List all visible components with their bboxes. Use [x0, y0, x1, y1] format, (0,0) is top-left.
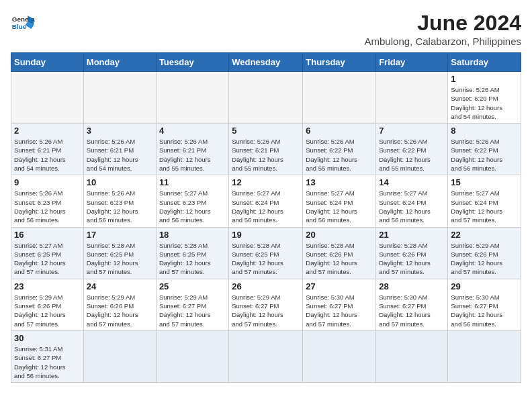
day-number: 16	[14, 230, 81, 240]
day-info: Sunrise: 5:26 AM Sunset: 6:21 PM Dayligh…	[87, 137, 153, 173]
day-info: Sunrise: 5:26 AM Sunset: 6:23 PM Dayligh…	[14, 189, 81, 224]
weekday-header-thursday: Thursday	[303, 53, 376, 72]
day-info: Sunrise: 5:29 AM Sunset: 6:26 PM Dayligh…	[451, 241, 518, 277]
calendar-day-cell	[156, 72, 228, 124]
day-number: 12	[232, 177, 300, 187]
calendar-day-cell	[83, 330, 156, 382]
page-header: General Blue June 2024 Ambulong, Calabar…	[11, 11, 521, 47]
weekday-header-monday: Monday	[83, 53, 156, 72]
day-info: Sunrise: 5:30 AM Sunset: 6:27 PM Dayligh…	[451, 293, 518, 328]
calendar-table: SundayMondayTuesdayWednesdayThursdayFrid…	[11, 52, 521, 383]
day-number: 27	[306, 281, 373, 291]
calendar-week-row: 2Sunrise: 5:26 AM Sunset: 6:21 PM Daylig…	[11, 124, 521, 175]
day-number: 24	[87, 281, 153, 291]
calendar-day-cell: 18Sunrise: 5:28 AM Sunset: 6:25 PM Dayli…	[156, 227, 228, 279]
calendar-day-cell	[376, 72, 448, 124]
day-number: 25	[159, 281, 226, 291]
weekday-header-wednesday: Wednesday	[229, 53, 303, 72]
calendar-day-cell: 29Sunrise: 5:30 AM Sunset: 6:27 PM Dayli…	[448, 279, 521, 330]
title-area: June 2024 Ambulong, Calabarzon, Philippi…	[365, 11, 521, 47]
day-number: 11	[159, 177, 226, 187]
calendar-day-cell: 20Sunrise: 5:28 AM Sunset: 6:26 PM Dayli…	[303, 227, 376, 279]
calendar-day-cell: 26Sunrise: 5:29 AM Sunset: 6:27 PM Dayli…	[229, 279, 303, 330]
location-subtitle: Ambulong, Calabarzon, Philippines	[365, 36, 521, 47]
calendar-day-cell: 21Sunrise: 5:28 AM Sunset: 6:26 PM Dayli…	[376, 227, 448, 279]
weekday-header-tuesday: Tuesday	[156, 53, 228, 72]
svg-text:Blue: Blue	[12, 23, 27, 30]
day-number: 1	[451, 74, 518, 84]
day-info: Sunrise: 5:27 AM Sunset: 6:24 PM Dayligh…	[379, 189, 445, 224]
calendar-week-row: 30Sunrise: 5:31 AM Sunset: 6:27 PM Dayli…	[11, 330, 521, 382]
day-number: 28	[379, 281, 445, 291]
day-number: 21	[379, 230, 445, 240]
day-info: Sunrise: 5:27 AM Sunset: 6:23 PM Dayligh…	[159, 189, 226, 224]
calendar-week-row: 9Sunrise: 5:26 AM Sunset: 6:23 PM Daylig…	[11, 175, 521, 227]
day-number: 10	[87, 177, 153, 187]
day-info: Sunrise: 5:27 AM Sunset: 6:24 PM Dayligh…	[306, 189, 373, 224]
calendar-day-cell: 9Sunrise: 5:26 AM Sunset: 6:23 PM Daylig…	[11, 175, 84, 227]
day-number: 5	[232, 126, 300, 136]
day-number: 2	[14, 126, 81, 136]
day-number: 26	[232, 281, 300, 291]
day-info: Sunrise: 5:31 AM Sunset: 6:27 PM Dayligh…	[14, 345, 81, 380]
day-number: 3	[87, 126, 153, 136]
calendar-day-cell: 16Sunrise: 5:27 AM Sunset: 6:25 PM Dayli…	[11, 227, 84, 279]
calendar-day-cell: 19Sunrise: 5:28 AM Sunset: 6:25 PM Dayli…	[229, 227, 303, 279]
calendar-day-cell: 3Sunrise: 5:26 AM Sunset: 6:21 PM Daylig…	[83, 124, 156, 175]
day-number: 6	[306, 126, 373, 136]
weekday-header-friday: Friday	[376, 53, 448, 72]
calendar-day-cell: 2Sunrise: 5:26 AM Sunset: 6:21 PM Daylig…	[11, 124, 84, 175]
calendar-day-cell: 15Sunrise: 5:27 AM Sunset: 6:24 PM Dayli…	[448, 175, 521, 227]
day-info: Sunrise: 5:30 AM Sunset: 6:27 PM Dayligh…	[379, 293, 445, 328]
day-info: Sunrise: 5:30 AM Sunset: 6:27 PM Dayligh…	[306, 293, 373, 328]
day-info: Sunrise: 5:28 AM Sunset: 6:26 PM Dayligh…	[379, 241, 445, 277]
calendar-day-cell	[376, 330, 448, 382]
calendar-day-cell: 14Sunrise: 5:27 AM Sunset: 6:24 PM Dayli…	[376, 175, 448, 227]
calendar-week-row: 23Sunrise: 5:29 AM Sunset: 6:26 PM Dayli…	[11, 279, 521, 330]
generalblue-logo-icon: General Blue	[11, 11, 35, 35]
calendar-day-cell: 7Sunrise: 5:26 AM Sunset: 6:22 PM Daylig…	[376, 124, 448, 175]
day-number: 4	[159, 126, 226, 136]
day-number: 9	[14, 177, 81, 187]
calendar-day-cell: 10Sunrise: 5:26 AM Sunset: 6:23 PM Dayli…	[83, 175, 156, 227]
calendar-day-cell: 13Sunrise: 5:27 AM Sunset: 6:24 PM Dayli…	[303, 175, 376, 227]
day-number: 13	[306, 177, 373, 187]
calendar-day-cell	[303, 72, 376, 124]
calendar-day-cell: 4Sunrise: 5:26 AM Sunset: 6:21 PM Daylig…	[156, 124, 228, 175]
calendar-week-row: 1Sunrise: 5:26 AM Sunset: 6:20 PM Daylig…	[11, 72, 521, 124]
day-number: 15	[451, 177, 518, 187]
calendar-day-cell	[229, 72, 303, 124]
calendar-week-row: 16Sunrise: 5:27 AM Sunset: 6:25 PM Dayli…	[11, 227, 521, 279]
weekday-header-sunday: Sunday	[11, 53, 84, 72]
day-number: 19	[232, 230, 300, 240]
day-info: Sunrise: 5:28 AM Sunset: 6:25 PM Dayligh…	[159, 241, 226, 277]
day-number: 23	[14, 281, 81, 291]
calendar-day-cell: 27Sunrise: 5:30 AM Sunset: 6:27 PM Dayli…	[303, 279, 376, 330]
calendar-day-cell: 1Sunrise: 5:26 AM Sunset: 6:20 PM Daylig…	[448, 72, 521, 124]
day-number: 7	[379, 126, 445, 136]
calendar-day-cell: 6Sunrise: 5:26 AM Sunset: 6:22 PM Daylig…	[303, 124, 376, 175]
day-info: Sunrise: 5:27 AM Sunset: 6:24 PM Dayligh…	[451, 189, 518, 224]
calendar-day-cell: 23Sunrise: 5:29 AM Sunset: 6:26 PM Dayli…	[11, 279, 84, 330]
day-info: Sunrise: 5:27 AM Sunset: 6:25 PM Dayligh…	[14, 241, 81, 277]
day-number: 14	[379, 177, 445, 187]
calendar-day-cell: 11Sunrise: 5:27 AM Sunset: 6:23 PM Dayli…	[156, 175, 228, 227]
day-info: Sunrise: 5:29 AM Sunset: 6:26 PM Dayligh…	[87, 293, 153, 328]
calendar-day-cell: 24Sunrise: 5:29 AM Sunset: 6:26 PM Dayli…	[83, 279, 156, 330]
day-number: 18	[159, 230, 226, 240]
day-info: Sunrise: 5:28 AM Sunset: 6:25 PM Dayligh…	[87, 241, 153, 277]
calendar-day-cell: 5Sunrise: 5:26 AM Sunset: 6:21 PM Daylig…	[229, 124, 303, 175]
calendar-day-cell	[303, 330, 376, 382]
day-number: 30	[14, 333, 81, 343]
day-info: Sunrise: 5:26 AM Sunset: 6:21 PM Dayligh…	[14, 137, 81, 173]
weekday-header-row: SundayMondayTuesdayWednesdayThursdayFrid…	[11, 53, 521, 72]
month-year-title: June 2024	[365, 11, 521, 36]
day-info: Sunrise: 5:26 AM Sunset: 6:21 PM Dayligh…	[159, 137, 226, 173]
calendar-day-cell	[229, 330, 303, 382]
calendar-day-cell: 25Sunrise: 5:29 AM Sunset: 6:27 PM Dayli…	[156, 279, 228, 330]
day-info: Sunrise: 5:26 AM Sunset: 6:22 PM Dayligh…	[306, 137, 373, 173]
calendar-day-cell: 22Sunrise: 5:29 AM Sunset: 6:26 PM Dayli…	[448, 227, 521, 279]
day-info: Sunrise: 5:26 AM Sunset: 6:22 PM Dayligh…	[379, 137, 445, 173]
calendar-day-cell: 12Sunrise: 5:27 AM Sunset: 6:24 PM Dayli…	[229, 175, 303, 227]
day-info: Sunrise: 5:27 AM Sunset: 6:24 PM Dayligh…	[232, 189, 300, 224]
